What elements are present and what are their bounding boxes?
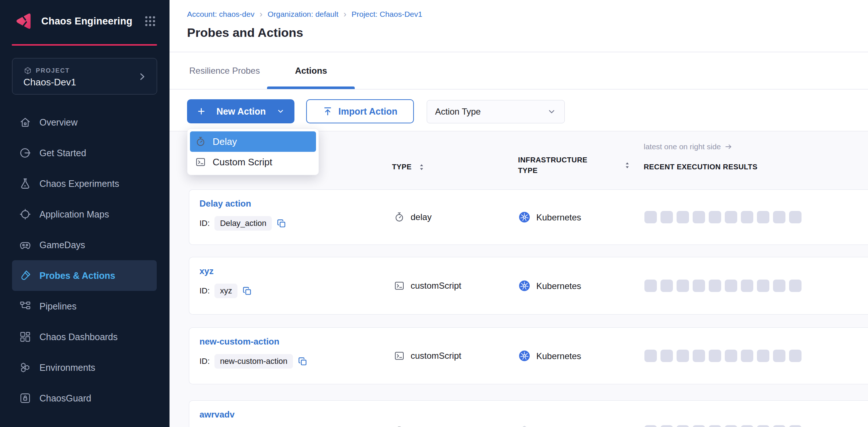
- execution-result-placeholder: [741, 280, 753, 292]
- infrastructure-cell: Kubernetes: [518, 280, 581, 292]
- breadcrumb-account-link[interactable]: Account: chaos-dev: [187, 10, 254, 19]
- k8s-icon: [518, 211, 530, 223]
- table-row: xyz ID: xyz customScript Kubernetes: [189, 257, 868, 315]
- execution-result-placeholder: [660, 211, 673, 223]
- execution-result-placeholder: [660, 425, 673, 427]
- sidebar-item-overview[interactable]: Overview: [0, 107, 170, 138]
- execution-result-placeholder: [741, 350, 753, 362]
- execution-result-placeholder: [789, 425, 802, 427]
- menu-item-delay[interactable]: Delay: [190, 131, 316, 152]
- execution-result-placeholder: [709, 350, 721, 362]
- project-selector[interactable]: PROJECT Chaos-Dev1: [12, 58, 157, 95]
- cube-icon: [23, 66, 32, 75]
- execution-result-placeholder: [660, 280, 673, 292]
- tab-bar: Resilience Probes Actions: [170, 53, 868, 89]
- execution-result-placeholder: [789, 211, 802, 223]
- breadcrumb-org-link[interactable]: Organization: default: [267, 10, 338, 19]
- plus-icon: [197, 107, 206, 116]
- menu-item-custom-script[interactable]: Custom Script: [190, 152, 316, 172]
- execution-result-placeholder: [741, 425, 753, 427]
- sidebar-item-application-maps[interactable]: Application Maps: [0, 199, 170, 230]
- execution-result-placeholder: [741, 211, 753, 223]
- app-switcher-grid-icon[interactable]: [143, 14, 157, 28]
- copy-icon[interactable]: [277, 219, 286, 228]
- execution-result-placeholder: [693, 425, 705, 427]
- target-icon: [19, 208, 31, 220]
- k8s-icon: [518, 280, 530, 292]
- tab-resilience-probes[interactable]: Resilience Probes: [189, 53, 260, 89]
- sidebar-item-get-started[interactable]: Get Started: [0, 138, 170, 168]
- infrastructure-cell: Linux: [518, 426, 557, 427]
- copy-icon[interactable]: [242, 286, 252, 296]
- table-row: new-custom-action ID: new-custom-action …: [189, 327, 868, 384]
- sidebar-item-pipelines[interactable]: Pipelines: [0, 291, 170, 322]
- app-title: Chaos Engineering: [41, 16, 132, 27]
- tab-actions[interactable]: Actions: [267, 53, 355, 89]
- terminal-icon: [394, 280, 405, 291]
- execution-result-placeholder: [677, 425, 689, 427]
- action-type-select[interactable]: Action Type: [427, 100, 565, 123]
- execution-result-placeholder: [677, 350, 689, 362]
- chevron-down-icon: [276, 107, 285, 116]
- sidebar-item-label: Chaos Dashboards: [39, 332, 118, 342]
- copy-icon[interactable]: [298, 357, 308, 366]
- chevron-right-icon: [137, 72, 147, 82]
- action-id-value: xyz: [214, 284, 237, 298]
- action-id-value: Delay_action: [214, 216, 272, 231]
- page-header: Account: chaos-dev › Organization: defau…: [170, 0, 868, 52]
- action-name-link[interactable]: awrvadv: [199, 409, 235, 420]
- execution-result-placeholder: [757, 280, 769, 292]
- execution-result-placeholder: [773, 280, 785, 292]
- sidebar-item-environments[interactable]: Environments: [0, 352, 170, 383]
- infrastructure-cell: Kubernetes: [518, 211, 581, 223]
- sidebar-item-label: GameDays: [39, 240, 85, 250]
- action-id: ID: Delay_action: [199, 216, 286, 231]
- execution-result-placeholder: [757, 425, 769, 427]
- sidebar: Chaos Engineering PROJECT Chaos-Dev1 Ove…: [0, 0, 170, 427]
- sort-icon[interactable]: [623, 161, 631, 169]
- breadcrumb-project-link[interactable]: Project: Chaos-Dev1: [351, 10, 422, 19]
- sidebar-item-label: Chaos Experiments: [39, 178, 119, 189]
- execution-result-placeholder: [693, 211, 705, 223]
- id-label: ID:: [199, 219, 210, 228]
- breadcrumb: Account: chaos-dev › Organization: defau…: [187, 10, 422, 19]
- k8s-icon: [518, 350, 530, 362]
- recent-execution-placeholders: [644, 425, 802, 427]
- pipeline-icon: [19, 300, 31, 312]
- sidebar-item-label: Application Maps: [39, 209, 109, 220]
- main-content: Account: chaos-dev › Organization: defau…: [170, 0, 868, 427]
- execution-result-placeholder: [709, 211, 721, 223]
- execution-result-placeholder: [677, 280, 689, 292]
- sidebar-item-chaosguard[interactable]: ChaosGuard: [0, 383, 170, 413]
- action-name-link[interactable]: xyz: [199, 266, 214, 276]
- action-name-link[interactable]: new-custom-action: [199, 336, 279, 347]
- action-id-value: new-custom-action: [214, 354, 293, 369]
- stopwatch-icon: [394, 212, 405, 223]
- guard-icon: [19, 392, 31, 404]
- page-title: Probes and Actions: [187, 26, 303, 40]
- execution-result-placeholder: [757, 350, 769, 362]
- execution-result-placeholder: [757, 211, 769, 223]
- execution-result-placeholder: [773, 350, 785, 362]
- sidebar-item-gamedays[interactable]: GameDays: [0, 230, 170, 260]
- import-action-button[interactable]: Import Action: [306, 99, 414, 123]
- execution-result-placeholder: [644, 211, 657, 223]
- sidebar-item-label: Overview: [39, 117, 77, 128]
- breadcrumb-separator: ›: [343, 10, 346, 19]
- terminal-icon: [195, 157, 206, 168]
- terminal-icon: [394, 350, 405, 361]
- execution-result-placeholder: [644, 280, 657, 292]
- sidebar-item-probes-actions[interactable]: Probes & Actions: [12, 260, 157, 291]
- execution-result-placeholder: [644, 425, 657, 427]
- new-action-button[interactable]: New Action: [187, 99, 294, 123]
- table-row: awrvadv delay Linux: [189, 400, 868, 427]
- action-name-link[interactable]: Delay action: [199, 199, 251, 209]
- sidebar-item-chaos-experiments[interactable]: Chaos Experiments: [0, 168, 170, 199]
- sidebar-item-chaos-dashboards[interactable]: Chaos Dashboards: [0, 322, 170, 352]
- dashboard-icon: [19, 331, 31, 343]
- type-cell: customScript: [394, 350, 461, 361]
- sort-icon[interactable]: [418, 163, 426, 171]
- new-action-dropdown-menu: Delay Custom Script: [187, 128, 319, 175]
- recent-execution-placeholders: [644, 211, 802, 223]
- infrastructure-cell: Kubernetes: [518, 350, 581, 362]
